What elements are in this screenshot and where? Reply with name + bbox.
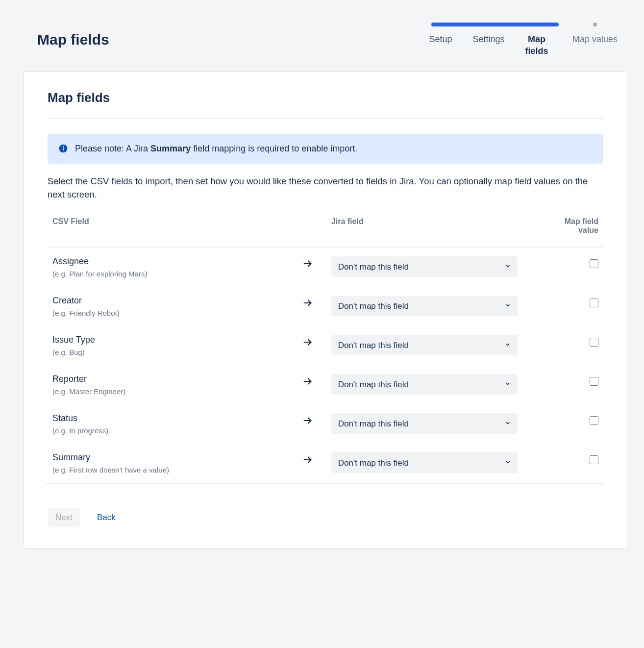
csv-field-name: Status [52, 413, 293, 424]
jira-field-select[interactable]: Don't map this field [331, 335, 518, 355]
table-row: Reporter (e.g. Master Engineer) Don't ma… [48, 365, 603, 404]
back-button[interactable]: Back [89, 508, 124, 527]
svg-point-2 [63, 146, 64, 147]
info-text: Please note: A Jira Summary field mappin… [75, 144, 357, 154]
next-button[interactable]: Next [48, 508, 80, 527]
page-title: Map fields [37, 31, 109, 48]
csv-field-example: (e.g. Master Engineer) [52, 387, 293, 396]
csv-field-example: (e.g. Friendly Robot) [52, 309, 293, 317]
arrow-right-icon [302, 458, 313, 467]
csv-field-name: Reporter [52, 374, 293, 384]
jira-field-select[interactable]: Don't map this field [331, 296, 518, 316]
arrow-right-icon [302, 419, 313, 427]
field-mapping-table: CSV Field Jira field Map field value Ass… [48, 212, 603, 483]
table-row: Assignee (e.g. Plan for exploring Mars) … [48, 247, 603, 287]
table-row: Issue Type (e.g. Bug) Don't map this fie… [48, 326, 603, 365]
progress-steps: Setup Settings Map fields Map values [423, 23, 618, 57]
th-csv-field: CSV Field [48, 212, 297, 247]
map-field-value-checkbox[interactable] [590, 377, 598, 386]
csv-field-name: Summary [52, 452, 293, 463]
jira-field-select[interactable]: Don't map this field [331, 256, 518, 277]
divider [48, 483, 603, 484]
table-row: Summary (e.g. First row doesn't have a v… [48, 444, 603, 483]
info-icon [58, 144, 68, 153]
table-row: Creator (e.g. Friendly Robot) Don't map … [48, 287, 603, 326]
map-field-value-checkbox[interactable] [590, 416, 598, 425]
csv-field-example: (e.g. Bug) [52, 348, 293, 356]
th-map-field-value: Map field value [548, 212, 603, 247]
step-map-values[interactable]: Map values [572, 23, 618, 57]
map-field-value-checkbox[interactable] [590, 259, 598, 268]
csv-field-name: Assignee [52, 256, 293, 267]
csv-field-name: Issue Type [52, 335, 293, 345]
jira-field-select[interactable]: Don't map this field [331, 374, 518, 395]
map-field-value-checkbox[interactable] [590, 455, 598, 464]
svg-rect-1 [63, 148, 64, 150]
arrow-right-icon [302, 262, 313, 271]
map-fields-card: Map fields Please note: A Jira Summary f… [24, 71, 627, 549]
arrow-right-icon [302, 301, 313, 310]
th-jira-field: Jira field [326, 212, 549, 247]
map-field-value-checkbox[interactable] [590, 338, 598, 347]
jira-field-select[interactable]: Don't map this field [331, 452, 518, 473]
csv-field-example: (e.g. Plan for exploring Mars) [52, 270, 293, 278]
csv-field-example: (e.g. In progress) [52, 426, 293, 435]
arrow-right-icon [302, 341, 313, 349]
csv-field-name: Creator [52, 296, 293, 306]
jira-field-select[interactable]: Don't map this field [331, 413, 518, 434]
divider [48, 118, 603, 119]
arrow-right-icon [302, 380, 313, 388]
step-map-fields[interactable]: Map fields [431, 23, 559, 57]
intro-text: Select the CSV fields to import, then se… [48, 174, 603, 202]
section-title: Map fields [48, 90, 603, 105]
info-banner: Please note: A Jira Summary field mappin… [48, 134, 603, 164]
map-field-value-checkbox[interactable] [590, 299, 598, 307]
table-row: Status (e.g. In progress) Don't map this… [48, 404, 603, 444]
csv-field-example: (e.g. First row doesn't have a value) [52, 466, 293, 474]
